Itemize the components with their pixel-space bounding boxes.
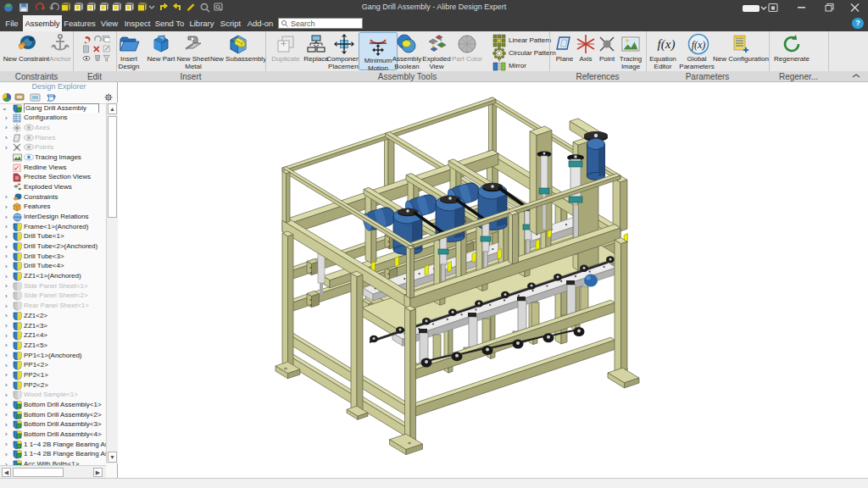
svg-text:f(x): f(x): [658, 37, 676, 52]
